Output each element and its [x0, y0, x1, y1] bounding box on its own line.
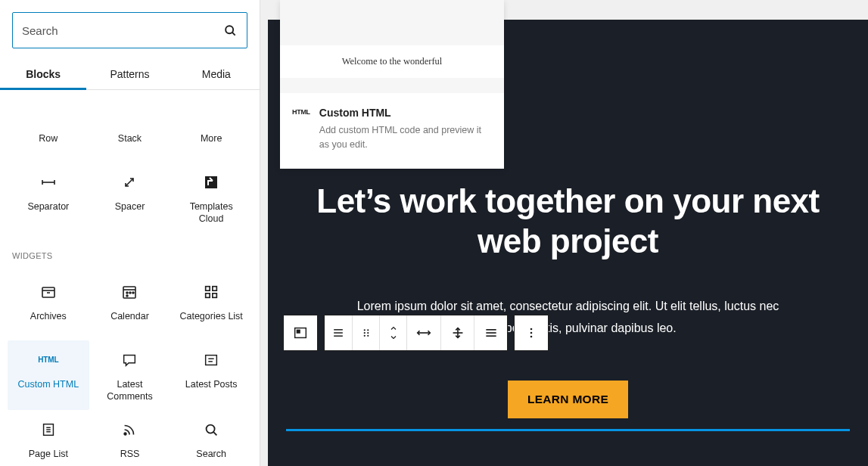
hero-title[interactable]: Let’s work together on your next web pro… — [268, 182, 868, 262]
block-label: RSS — [120, 448, 140, 460]
move-up-down-buttons[interactable] — [379, 315, 406, 350]
block-inserter-panel: Blocks Patterns Media Row Stack More — [0, 0, 260, 466]
block-stack[interactable]: Stack — [89, 95, 171, 163]
svg-rect-18 — [213, 293, 217, 297]
svg-point-27 — [207, 425, 215, 433]
svg-rect-16 — [213, 286, 217, 290]
tab-patterns[interactable]: Patterns — [86, 61, 173, 89]
popover-description: Add custom HTML code and preview it as y… — [319, 123, 492, 152]
widgets-heading: WIDGETS — [0, 233, 260, 268]
rss-icon — [120, 421, 138, 439]
block-latest-posts[interactable]: Latest Posts — [170, 340, 252, 411]
svg-point-26 — [125, 433, 127, 435]
block-label: Latest Posts — [185, 378, 238, 390]
svg-point-0 — [226, 26, 233, 33]
comment-icon — [120, 351, 138, 369]
block-toolbar — [283, 315, 549, 351]
svg-rect-30 — [297, 330, 300, 333]
align-wide-button[interactable] — [407, 315, 440, 350]
svg-rect-5 — [205, 176, 217, 188]
popover-preview: Welcome to the wonderful — [280, 0, 504, 93]
svg-point-38 — [363, 335, 365, 337]
search-block-icon — [202, 421, 220, 439]
drag-handle[interactable] — [352, 315, 379, 350]
block-label: Page List — [29, 448, 68, 460]
preview-bg — [280, 0, 504, 45]
inserter-tabs: Blocks Patterns Media — [0, 61, 260, 90]
chevron-down-icon[interactable] — [388, 333, 399, 342]
block-archives[interactable]: Archives — [8, 272, 89, 340]
calendar-icon — [120, 283, 138, 301]
svg-point-34 — [363, 329, 365, 331]
justify-button[interactable] — [474, 315, 507, 350]
block-templates-cloud[interactable]: Templates Cloud — [170, 163, 252, 233]
design-blocks-grid: Row Stack More Separator — [0, 90, 260, 233]
archives-icon — [39, 283, 58, 301]
svg-point-46 — [530, 328, 533, 331]
select-parent-button[interactable] — [284, 315, 317, 350]
block-info-popover: Welcome to the wonderful HTML Custom HTM… — [280, 0, 504, 169]
row-icon — [39, 105, 58, 123]
toolbar-segment-main — [324, 315, 508, 351]
tab-media[interactable]: Media — [173, 61, 260, 89]
svg-rect-19 — [206, 355, 217, 365]
svg-point-48 — [530, 336, 533, 338]
block-label: Search — [196, 448, 226, 460]
chevron-up-icon[interactable] — [388, 324, 399, 333]
block-label: Stack — [118, 132, 142, 144]
block-type-button[interactable] — [325, 315, 352, 350]
block-label: Latest Comments — [107, 378, 152, 403]
block-search[interactable]: Search — [170, 410, 252, 466]
block-latest-comments[interactable]: Latest Comments — [89, 340, 171, 411]
more-options-button[interactable] — [515, 315, 548, 350]
categories-icon — [202, 283, 220, 301]
search-icon — [222, 23, 238, 38]
block-separator[interactable]: Separator — [8, 163, 89, 233]
svg-line-1 — [232, 33, 235, 36]
block-calendar[interactable]: Calendar — [89, 272, 171, 340]
svg-rect-15 — [206, 286, 210, 290]
divider-line — [286, 429, 850, 431]
align-center-button[interactable] — [440, 315, 474, 350]
block-rss[interactable]: RSS — [89, 410, 171, 466]
svg-point-13 — [132, 292, 134, 294]
search-input[interactable] — [22, 24, 205, 37]
block-more[interactable]: More — [170, 95, 252, 163]
svg-point-14 — [126, 295, 128, 297]
svg-point-12 — [129, 292, 131, 294]
preview-text: Welcome to the wonderful — [280, 45, 504, 78]
html-icon: HTML — [292, 107, 310, 152]
block-label: Archives — [30, 310, 67, 322]
html-icon: HTML — [39, 351, 58, 369]
block-page-list[interactable]: Page List — [8, 410, 89, 466]
separator-icon — [39, 173, 58, 191]
search-wrap — [0, 0, 260, 61]
inserter-scroll-area[interactable]: Row Stack More Separator — [0, 90, 260, 466]
block-custom-html[interactable]: HTML Custom HTML — [8, 340, 89, 411]
tab-blocks[interactable]: Blocks — [0, 61, 86, 89]
toolbar-segment-parent — [283, 315, 318, 351]
block-label: More — [201, 132, 222, 144]
svg-point-37 — [367, 332, 369, 334]
cta-button[interactable]: LEARN MORE — [508, 381, 628, 418]
spacer-icon — [120, 173, 138, 191]
block-label: Custom HTML — [18, 378, 79, 390]
block-row[interactable]: Row — [8, 95, 89, 163]
popover-title: Custom HTML — [319, 107, 492, 119]
search-box[interactable] — [12, 12, 247, 48]
popover-text: Custom HTML Add custom HTML code and pre… — [319, 107, 492, 152]
block-label: Calendar — [110, 310, 149, 322]
block-label: Row — [39, 132, 58, 144]
widgets-blocks-grid: Archives Calendar — [0, 268, 260, 467]
block-spacer[interactable]: Spacer — [89, 163, 171, 233]
block-label: Separator — [27, 200, 69, 213]
svg-point-39 — [367, 335, 369, 337]
block-label: Categories List — [179, 310, 242, 322]
block-categories-list[interactable]: Categories List — [170, 272, 252, 340]
stack-icon — [120, 105, 138, 123]
svg-point-36 — [363, 332, 365, 334]
page-list-icon — [39, 421, 58, 439]
templates-cloud-icon — [202, 173, 220, 191]
svg-rect-17 — [206, 293, 210, 297]
svg-point-11 — [126, 292, 128, 294]
